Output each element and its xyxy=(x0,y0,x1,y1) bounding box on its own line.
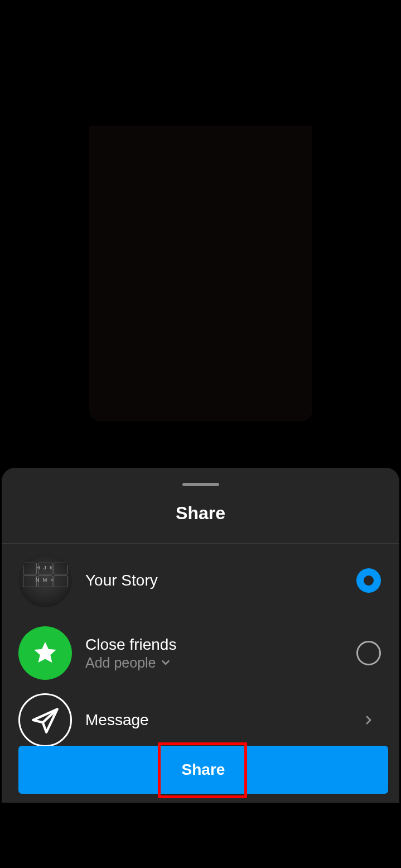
close-friends-icon-wrap xyxy=(18,626,72,680)
share-sheet: Share Your Story xyxy=(2,468,399,803)
close-friends-radio[interactable] xyxy=(356,641,381,665)
share-button-label: Share xyxy=(182,761,225,779)
close-friends-sublabel: Add people xyxy=(85,655,156,671)
send-icon xyxy=(18,693,72,747)
sheet-title: Share xyxy=(2,503,399,524)
your-story-avatar xyxy=(18,554,72,607)
message-label: Message xyxy=(85,711,355,729)
drag-handle[interactable] xyxy=(182,483,219,486)
star-icon xyxy=(18,626,72,680)
close-friends-add-people[interactable]: Add people xyxy=(85,655,355,671)
story-preview xyxy=(89,8,312,421)
share-options: Your Story Close friends Add peop xyxy=(2,544,399,760)
chevron-down-icon xyxy=(160,656,172,669)
close-friends-label: Close friends xyxy=(85,636,355,654)
story-preview-top xyxy=(89,8,312,126)
chevron-right-icon xyxy=(355,713,383,727)
your-story-radio[interactable] xyxy=(356,568,381,593)
share-button[interactable]: Share xyxy=(18,746,388,794)
option-your-story[interactable]: Your Story xyxy=(18,544,383,621)
option-close-friends[interactable]: Close friends Add people xyxy=(18,621,383,685)
your-story-label: Your Story xyxy=(85,572,355,589)
message-icon-wrap xyxy=(18,693,72,747)
